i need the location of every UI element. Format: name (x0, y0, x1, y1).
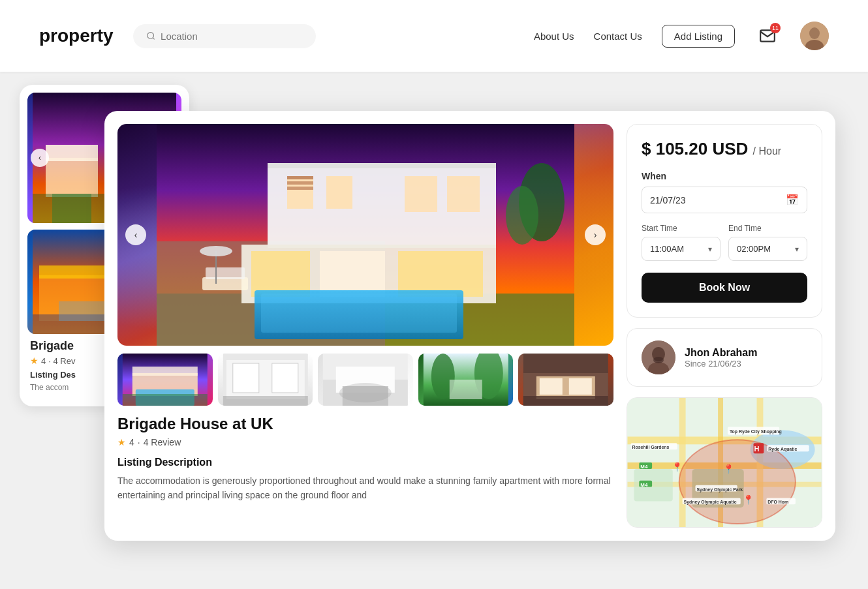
date-value: 21/07/23 (650, 195, 686, 205)
svg-text:DFO Hom: DFO Hom (767, 500, 788, 504)
svg-text:Ryde Aquatic: Ryde Aquatic (768, 447, 797, 452)
svg-rect-43 (132, 367, 198, 376)
search-bar[interactable] (133, 24, 316, 48)
svg-rect-22 (287, 176, 313, 209)
search-input[interactable] (161, 31, 303, 42)
image-section: ‹ › (117, 124, 613, 528)
start-time-select[interactable]: 11:00AM ▾ (642, 237, 721, 261)
svg-rect-64 (569, 378, 592, 395)
svg-text:📍: 📍 (723, 464, 735, 475)
svg-rect-65 (523, 396, 608, 406)
when-label: When (642, 171, 807, 181)
fg-card: ‹ › (104, 111, 835, 541)
svg-point-55 (339, 383, 392, 402)
date-input[interactable]: 21/07/23 📅 (642, 187, 807, 213)
end-time-group: End Time 02:00PM ▾ (728, 224, 807, 261)
host-card: Jhon Abraham Since 21/06/23 (627, 328, 822, 387)
mail-badge: 11 (770, 23, 781, 33)
property-title: Brigade House at UK (117, 415, 613, 433)
thumbnails (117, 354, 613, 406)
price-unit: / Hour (753, 145, 782, 157)
svg-text:M4: M4 (640, 482, 648, 488)
svg-point-2 (809, 27, 820, 39)
start-time-group: Start Time 11:00AM ▾ (642, 224, 721, 261)
svg-rect-21 (268, 163, 496, 168)
svg-text:Top Ryde City Shopping: Top Ryde City Shopping (730, 429, 782, 434)
host-info: Jhon Abraham Since 21/06/23 (685, 347, 757, 369)
map-card[interactable]: 📍 H Top Ryde City Shopping Rosehill Gard… (627, 397, 822, 528)
start-time-label: Start Time (642, 224, 721, 233)
header: property About Us Contact Us Add Listing… (0, 0, 868, 72)
booking-card: $ 105.20 USD / Hour When 21/07/23 📅 Star… (627, 124, 822, 318)
svg-point-38 (506, 186, 538, 245)
logo: property (39, 25, 114, 46)
main-image: ‹ › (117, 124, 613, 346)
svg-text:H: H (754, 445, 760, 453)
svg-text:📍: 📍 (672, 462, 683, 473)
start-time-value: 11:00AM (650, 244, 684, 254)
svg-text:📍: 📍 (743, 494, 754, 506)
svg-rect-5 (46, 158, 98, 197)
add-listing-button[interactable]: Add Listing (662, 25, 735, 48)
svg-rect-45 (123, 394, 208, 406)
booking-panel: $ 105.20 USD / Hour When 21/07/23 📅 Star… (627, 124, 822, 528)
svg-text:M4: M4 (640, 464, 648, 470)
start-time-chevron-icon: ▾ (708, 245, 712, 254)
thumbnail-1[interactable] (117, 354, 213, 406)
nav-links: About Us Contact Us Add Listing 11 (534, 22, 829, 50)
property-info: Brigade House at UK ★ 4 · 4 Review Listi… (117, 415, 613, 503)
svg-rect-59 (450, 380, 482, 399)
svg-rect-36 (206, 267, 245, 279)
svg-rect-30 (251, 251, 310, 297)
svg-rect-34 (261, 294, 457, 333)
svg-point-80 (679, 440, 796, 524)
svg-rect-49 (271, 363, 298, 393)
about-us-link[interactable]: About Us (534, 31, 574, 42)
user-avatar[interactable] (800, 22, 829, 50)
host-avatar (642, 340, 675, 374)
main-area: ‹ (0, 72, 868, 111)
thumbnail-5[interactable] (518, 354, 613, 406)
rating-separator: · (138, 437, 140, 447)
svg-rect-26 (287, 176, 313, 179)
mail-button[interactable]: 11 (754, 23, 781, 49)
bg-carousel-left[interactable]: ‹ (31, 149, 49, 167)
bg-rating-value: 4 (41, 356, 46, 366)
svg-text:Sydney Olympic Park: Sydney Olympic Park (696, 487, 743, 492)
svg-rect-10 (52, 194, 91, 223)
svg-rect-23 (326, 176, 352, 209)
bg-review-count: · 4 Rev (48, 356, 75, 366)
thumbnail-4[interactable] (418, 354, 514, 406)
svg-rect-25 (447, 176, 480, 212)
svg-rect-31 (320, 251, 385, 297)
svg-rect-13 (39, 265, 104, 279)
host-since: Since 21/06/23 (685, 359, 757, 369)
book-now-button[interactable]: Book Now (642, 273, 807, 303)
svg-rect-27 (287, 181, 313, 185)
listing-desc-text: The accommodation is generously proporti… (117, 474, 613, 503)
host-name: Jhon Abraham (685, 347, 757, 359)
rating-value: 4 (129, 437, 134, 447)
svg-point-40 (200, 246, 232, 256)
end-time-chevron-icon: ▾ (795, 245, 799, 254)
price-value: $ 105.20 USD (642, 139, 748, 159)
search-icon (146, 31, 156, 41)
thumbnail-3[interactable] (318, 354, 413, 406)
thumbnail-2[interactable] (218, 354, 313, 406)
svg-rect-48 (232, 363, 258, 393)
rating-star-icon: ★ (117, 437, 126, 447)
calendar-icon: 📅 (786, 194, 799, 206)
carousel-right-arrow[interactable]: › (585, 224, 606, 245)
listing-desc-label: Listing Description (117, 457, 613, 468)
svg-text:Rosehill Gardens: Rosehill Gardens (632, 445, 669, 449)
end-time-select[interactable]: 02:00PM ▾ (728, 237, 807, 261)
svg-rect-6 (46, 145, 98, 161)
svg-point-69 (653, 357, 664, 363)
main-image-inner (117, 124, 613, 346)
end-time-label: End Time (728, 224, 807, 233)
contact-us-link[interactable]: Contact Us (594, 31, 642, 42)
map-background: 📍 H Top Ryde City Shopping Rosehill Gard… (627, 398, 822, 527)
svg-rect-28 (287, 187, 313, 190)
svg-rect-24 (405, 176, 437, 212)
carousel-left-arrow[interactable]: ‹ (125, 224, 146, 245)
